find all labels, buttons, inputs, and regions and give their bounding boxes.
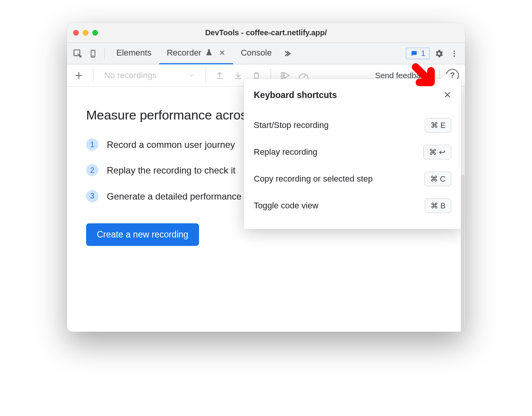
tab-label: Recorder [167,48,201,58]
step-text: Replay the recording to check it [107,163,235,177]
tab-console[interactable]: Console [233,43,279,64]
export-icon[interactable] [212,67,228,84]
content-area: Measure performance across an entire use… [67,87,465,332]
close-window-button[interactable] [73,30,79,36]
separator [93,69,93,82]
close-icon[interactable]: ✕ [444,90,451,100]
issues-badge[interactable]: 1 [406,47,430,59]
device-toggle-icon[interactable] [85,46,101,61]
close-tab-icon[interactable]: ✕ [219,48,225,57]
separator [205,69,206,82]
step-text: Record a common user journey [107,138,235,152]
tab-label: Elements [116,48,152,58]
traffic-lights [73,30,98,36]
tab-label: Console [241,48,272,58]
window-title: DevTools - coffee-cart.netlify.app/ [67,28,465,37]
shortcut-keycap: ⌘ C [424,172,451,186]
shortcut-keycap: ⌘ ↩ [423,145,451,159]
scrollbar-thumb[interactable] [461,175,465,332]
issues-count: 1 [421,49,425,58]
shortcut-row: Start/Stop recording ⌘ E [254,112,451,139]
flask-icon [205,49,214,57]
tab-elements[interactable]: Elements [109,43,159,64]
svg-line-10 [304,75,306,78]
kebab-menu-icon[interactable] [447,46,462,61]
step-number: 3 [86,190,98,202]
shortcut-label: Start/Stop recording [254,120,329,130]
shortcut-keycap: ⌘ B [425,198,451,213]
dropdown-label: No recordings [104,70,157,80]
more-tabs-icon[interactable] [279,46,295,61]
minimize-window-button[interactable] [83,30,88,36]
maximize-window-button[interactable] [92,30,98,36]
shortcut-label: Toggle code view [254,201,318,211]
step-number: 1 [86,138,98,151]
tab-recorder[interactable]: Recorder ✕ [159,43,233,64]
shortcut-row: Copy recording or selected step ⌘ C [254,165,451,192]
separator [104,48,105,59]
inspect-icon[interactable] [70,46,85,61]
svg-point-3 [454,50,455,52]
shortcut-row: Replay recording ⌘ ↩ [254,139,451,165]
devtools-window: DevTools - coffee-cart.netlify.app/ Elem… [67,23,465,332]
recordings-dropdown[interactable]: No recordings [100,68,199,83]
shortcut-row: Toggle code view ⌘ B [254,192,451,219]
svg-rect-8 [281,72,283,78]
shortcut-label: Copy recording or selected step [254,174,373,184]
svg-point-4 [454,53,455,54]
tab-bar: Elements Recorder ✕ Console 1 [67,43,465,64]
svg-marker-9 [284,72,289,78]
step-number: 2 [86,164,98,176]
shortcut-label: Replay recording [254,147,317,157]
chevron-down-icon [188,72,194,79]
titlebar: DevTools - coffee-cart.netlify.app/ [67,23,465,43]
popover-header: Keyboard shortcuts ✕ [254,90,451,100]
add-icon[interactable] [71,67,87,84]
send-feedback-link[interactable]: Send feedback [375,71,429,80]
shortcuts-popover: Keyboard shortcuts ✕ Start/Stop recordin… [244,79,461,229]
settings-icon[interactable] [431,46,447,61]
popover-title: Keyboard shortcuts [254,90,337,100]
shortcut-keycap: ⌘ E [425,118,451,133]
create-recording-button[interactable]: Create a new recording [86,223,199,246]
svg-point-5 [454,55,455,57]
